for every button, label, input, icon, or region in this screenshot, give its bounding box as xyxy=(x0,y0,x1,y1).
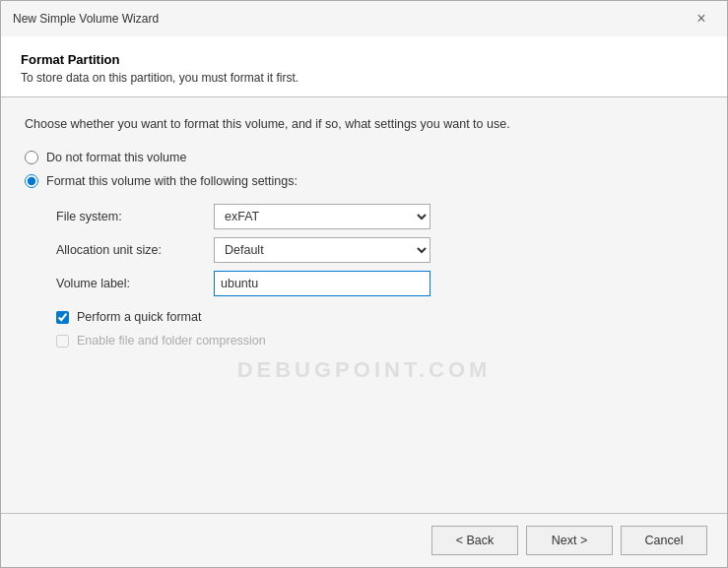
quick-format-label: Perform a quick format xyxy=(77,310,201,324)
next-button[interactable]: Next > xyxy=(526,526,613,555)
file-system-select[interactable]: exFAT FAT32 NTFS xyxy=(214,204,430,229)
header-subtitle: To store data on this partition, you mus… xyxy=(21,71,707,85)
radio-format-input[interactable] xyxy=(25,174,38,188)
header-title: Format Partition xyxy=(21,52,707,67)
radio-no-format-label: Do not format this volume xyxy=(46,151,186,164)
radio-no-format[interactable]: Do not format this volume xyxy=(25,151,703,164)
radio-group: Do not format this volume Format this vo… xyxy=(25,151,703,188)
close-button[interactable]: × xyxy=(688,8,715,30)
settings-table: File system: exFAT FAT32 NTFS Allocation… xyxy=(56,204,703,296)
quick-format-checkbox[interactable]: Perform a quick format xyxy=(56,310,703,324)
description-text: Choose whether you want to format this v… xyxy=(25,117,703,131)
checkbox-group: Perform a quick format Enable file and f… xyxy=(56,310,703,347)
allocation-select[interactable]: Default xyxy=(214,237,430,263)
allocation-row: Allocation unit size: Default xyxy=(56,237,703,263)
volume-label-label: Volume label: xyxy=(56,277,214,290)
volume-label-row: Volume label: xyxy=(56,271,703,296)
cancel-button[interactable]: Cancel xyxy=(621,526,707,555)
volume-label-input[interactable] xyxy=(214,271,430,296)
file-system-row: File system: exFAT FAT32 NTFS xyxy=(56,204,703,229)
radio-no-format-input[interactable] xyxy=(25,151,38,164)
title-bar: New Simple Volume Wizard × xyxy=(1,1,727,36)
footer: < Back Next > Cancel xyxy=(1,513,727,567)
watermark: DEBUGPOINT.COM xyxy=(25,347,703,393)
compression-label: Enable file and folder compression xyxy=(77,334,266,347)
quick-format-input[interactable] xyxy=(56,311,69,324)
header-section: Format Partition To store data on this p… xyxy=(1,36,727,96)
content-area: Choose whether you want to format this v… xyxy=(1,97,727,513)
dialog-title: New Simple Volume Wizard xyxy=(13,12,159,26)
radio-format-label: Format this volume with the following se… xyxy=(46,174,298,188)
compression-checkbox[interactable]: Enable file and folder compression xyxy=(56,334,703,347)
back-button[interactable]: < Back xyxy=(431,526,518,555)
file-system-label: File system: xyxy=(56,210,214,223)
compression-input[interactable] xyxy=(56,335,69,347)
allocation-label: Allocation unit size: xyxy=(56,243,214,257)
radio-format[interactable]: Format this volume with the following se… xyxy=(25,174,703,188)
dialog-window: New Simple Volume Wizard × Format Partit… xyxy=(0,0,728,568)
